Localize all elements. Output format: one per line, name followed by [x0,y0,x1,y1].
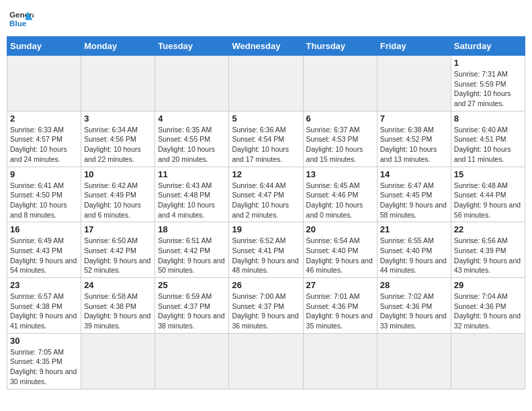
calendar-day-cell: 21Sunrise: 6:55 AM Sunset: 4:40 PM Dayli… [377,222,451,278]
calendar: SundayMondayTuesdayWednesdayThursdayFrid… [7,36,525,390]
day-info: Sunrise: 6:47 AM Sunset: 4:45 PM Dayligh… [380,181,448,220]
calendar-day-cell: 15Sunrise: 6:48 AM Sunset: 4:44 PM Dayli… [451,167,525,222]
day-number: 24 [84,280,152,290]
day-number: 2 [10,113,78,124]
day-number: 27 [306,280,374,290]
day-info: Sunrise: 6:51 AM Sunset: 4:42 PM Dayligh… [158,236,226,275]
day-number: 20 [306,224,374,234]
day-number: 15 [454,169,522,179]
day-info: Sunrise: 6:59 AM Sunset: 4:37 PM Dayligh… [158,291,226,331]
day-number: 23 [10,280,78,290]
day-of-week-header: Saturday [451,37,525,56]
calendar-day-cell: 12Sunrise: 6:44 AM Sunset: 4:47 PM Dayli… [229,167,303,222]
day-number: 13 [306,169,374,179]
calendar-day-cell [377,333,451,389]
day-info: Sunrise: 6:42 AM Sunset: 4:49 PM Dayligh… [84,181,152,220]
day-info: Sunrise: 6:37 AM Sunset: 4:53 PM Dayligh… [306,125,374,165]
day-of-week-header: Thursday [303,37,377,56]
day-number: 8 [454,113,522,124]
calendar-day-cell: 6Sunrise: 6:37 AM Sunset: 4:53 PM Daylig… [303,111,377,167]
generalblue-logo-icon: General Blue [9,7,34,31]
day-info: Sunrise: 7:04 AM Sunset: 4:36 PM Dayligh… [454,291,522,331]
day-info: Sunrise: 6:55 AM Sunset: 4:40 PM Dayligh… [380,236,448,275]
day-info: Sunrise: 6:43 AM Sunset: 4:48 PM Dayligh… [158,181,226,220]
day-number: 16 [10,224,78,234]
day-info: Sunrise: 6:34 AM Sunset: 4:56 PM Dayligh… [84,125,152,165]
day-of-week-header: Monday [81,37,155,56]
calendar-week-row: 9Sunrise: 6:41 AM Sunset: 4:50 PM Daylig… [7,167,525,222]
calendar-day-cell: 10Sunrise: 6:42 AM Sunset: 4:49 PM Dayli… [81,167,155,222]
calendar-day-cell [377,56,451,111]
calendar-day-cell: 5Sunrise: 6:36 AM Sunset: 4:54 PM Daylig… [229,111,303,167]
calendar-day-cell: 23Sunrise: 6:57 AM Sunset: 4:38 PM Dayli… [7,278,81,334]
calendar-day-cell [451,333,525,389]
day-info: Sunrise: 6:44 AM Sunset: 4:47 PM Dayligh… [232,181,300,220]
day-of-week-header: Sunday [7,37,81,56]
day-info: Sunrise: 6:35 AM Sunset: 4:55 PM Dayligh… [158,125,226,165]
svg-text:Blue: Blue [9,19,27,28]
day-number: 3 [84,113,152,124]
calendar-day-cell: 8Sunrise: 6:40 AM Sunset: 4:51 PM Daylig… [451,111,525,167]
day-info: Sunrise: 6:54 AM Sunset: 4:40 PM Dayligh… [306,236,374,275]
day-number: 17 [84,224,152,234]
calendar-day-cell: 9Sunrise: 6:41 AM Sunset: 4:50 PM Daylig… [7,167,81,222]
day-of-week-header: Tuesday [155,37,229,56]
calendar-day-cell [81,56,155,111]
calendar-week-row: 1Sunrise: 7:31 AM Sunset: 5:59 PM Daylig… [7,56,525,111]
calendar-day-cell: 25Sunrise: 6:59 AM Sunset: 4:37 PM Dayli… [155,278,229,334]
day-info: Sunrise: 6:40 AM Sunset: 4:51 PM Dayligh… [454,125,522,165]
calendar-day-cell [229,56,303,111]
calendar-week-row: 23Sunrise: 6:57 AM Sunset: 4:38 PM Dayli… [7,278,525,334]
calendar-day-cell: 2Sunrise: 6:33 AM Sunset: 4:57 PM Daylig… [7,111,81,167]
calendar-day-cell: 7Sunrise: 6:38 AM Sunset: 4:52 PM Daylig… [377,111,451,167]
day-number: 14 [380,169,448,179]
calendar-day-cell: 30Sunrise: 7:05 AM Sunset: 4:35 PM Dayli… [7,333,81,389]
calendar-day-cell: 20Sunrise: 6:54 AM Sunset: 4:40 PM Dayli… [303,222,377,278]
calendar-day-cell: 1Sunrise: 7:31 AM Sunset: 5:59 PM Daylig… [451,56,525,111]
calendar-day-cell [303,333,377,389]
day-info: Sunrise: 6:58 AM Sunset: 4:38 PM Dayligh… [84,291,152,331]
day-number: 28 [380,280,448,290]
day-number: 18 [158,224,226,234]
day-info: Sunrise: 7:05 AM Sunset: 4:35 PM Dayligh… [10,347,78,387]
logo: General Blue [9,7,34,31]
calendar-day-cell: 13Sunrise: 6:45 AM Sunset: 4:46 PM Dayli… [303,167,377,222]
day-info: Sunrise: 7:01 AM Sunset: 4:36 PM Dayligh… [306,291,374,331]
calendar-day-cell: 16Sunrise: 6:49 AM Sunset: 4:43 PM Dayli… [7,222,81,278]
calendar-day-cell: 18Sunrise: 6:51 AM Sunset: 4:42 PM Dayli… [155,222,229,278]
calendar-day-cell: 3Sunrise: 6:34 AM Sunset: 4:56 PM Daylig… [81,111,155,167]
day-info: Sunrise: 6:57 AM Sunset: 4:38 PM Dayligh… [10,291,78,331]
calendar-day-cell [229,333,303,389]
calendar-day-cell [155,56,229,111]
day-of-week-header: Wednesday [229,37,303,56]
calendar-day-cell: 24Sunrise: 6:58 AM Sunset: 4:38 PM Dayli… [81,278,155,334]
day-number: 7 [380,113,448,124]
day-info: Sunrise: 6:41 AM Sunset: 4:50 PM Dayligh… [10,181,78,220]
calendar-day-cell: 4Sunrise: 6:35 AM Sunset: 4:55 PM Daylig… [155,111,229,167]
calendar-week-row: 16Sunrise: 6:49 AM Sunset: 4:43 PM Dayli… [7,222,525,278]
calendar-week-row: 2Sunrise: 6:33 AM Sunset: 4:57 PM Daylig… [7,111,525,167]
calendar-day-cell: 19Sunrise: 6:52 AM Sunset: 4:41 PM Dayli… [229,222,303,278]
day-number: 25 [158,280,226,290]
day-number: 30 [10,336,78,346]
calendar-day-cell: 29Sunrise: 7:04 AM Sunset: 4:36 PM Dayli… [451,278,525,334]
day-info: Sunrise: 6:48 AM Sunset: 4:44 PM Dayligh… [454,181,522,220]
day-info: Sunrise: 6:56 AM Sunset: 4:39 PM Dayligh… [454,236,522,275]
calendar-day-cell: 27Sunrise: 7:01 AM Sunset: 4:36 PM Dayli… [303,278,377,334]
calendar-day-cell [155,333,229,389]
calendar-header-row: SundayMondayTuesdayWednesdayThursdayFrid… [7,37,525,56]
day-info: Sunrise: 7:00 AM Sunset: 4:37 PM Dayligh… [232,291,300,331]
calendar-day-cell [81,333,155,389]
day-number: 4 [158,113,226,124]
day-number: 22 [454,224,522,234]
calendar-day-cell: 17Sunrise: 6:50 AM Sunset: 4:42 PM Dayli… [81,222,155,278]
day-info: Sunrise: 7:31 AM Sunset: 5:59 PM Dayligh… [454,69,522,109]
day-info: Sunrise: 6:52 AM Sunset: 4:41 PM Dayligh… [232,236,300,275]
calendar-week-row: 30Sunrise: 7:05 AM Sunset: 4:35 PM Dayli… [7,333,525,389]
day-info: Sunrise: 6:49 AM Sunset: 4:43 PM Dayligh… [10,236,78,275]
day-info: Sunrise: 6:38 AM Sunset: 4:52 PM Dayligh… [380,125,448,165]
day-number: 29 [454,280,522,290]
day-number: 9 [10,169,78,179]
day-info: Sunrise: 6:45 AM Sunset: 4:46 PM Dayligh… [306,181,374,220]
day-number: 21 [380,224,448,234]
